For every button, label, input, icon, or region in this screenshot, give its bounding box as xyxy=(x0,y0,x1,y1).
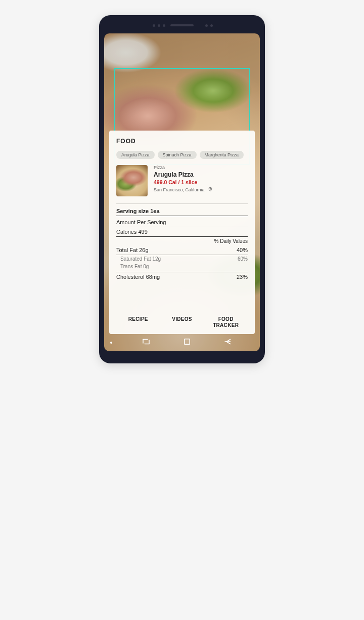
total-fat-pct: 40% xyxy=(237,247,248,253)
cholesterol-pct: 23% xyxy=(237,274,248,280)
food-item-row[interactable]: Pizza Arugula Pizza 499.0 Cal / 1 slice … xyxy=(116,165,248,196)
food-thumbnail xyxy=(116,165,148,196)
trans-fat-label: Trans Fat 0g xyxy=(120,264,149,269)
recipe-button[interactable]: RECIPE xyxy=(116,316,160,328)
location-pin-icon xyxy=(208,186,213,193)
earpiece xyxy=(170,24,194,26)
phone-screen: FOOD Arugula Pizza Spinach Pizza Margher… xyxy=(104,33,260,351)
food-tracker-button[interactable]: FOOD TRACKER xyxy=(204,316,248,328)
food-calories-line: 499.0 Cal / 1 slice xyxy=(154,179,248,185)
svg-rect-1 xyxy=(185,339,190,345)
suggestion-chips: Arugula Pizza Spinach Pizza Margherita P… xyxy=(116,151,248,159)
android-nav-bar xyxy=(104,334,260,351)
calories-row: Calories 499 xyxy=(116,227,248,237)
amount-per-serving-label: Amount Per Serving xyxy=(116,219,166,225)
svg-point-0 xyxy=(210,188,211,189)
sensor-dot xyxy=(158,24,160,27)
food-location-line: San Francisco, California xyxy=(154,186,248,193)
food-category: Pizza xyxy=(154,165,248,170)
sensor-dot xyxy=(205,24,208,27)
cholesterol-row: Cholesterol 68mg 23% xyxy=(116,272,248,281)
total-fat-row: Total Fat 26g 40% xyxy=(116,245,248,255)
total-fat-label: Total Fat 26g xyxy=(116,247,149,253)
divider xyxy=(116,203,248,204)
chip-arugula-pizza[interactable]: Arugula Pizza xyxy=(116,151,155,159)
chip-margherita-pizza[interactable]: Margherita Pizza xyxy=(200,151,244,159)
trans-fat-row: Trans Fat 0g xyxy=(116,263,248,270)
calories-label: Calories 499 xyxy=(116,229,148,235)
sensor-dot xyxy=(163,24,165,27)
nav-indicator-dot xyxy=(110,342,112,344)
card-action-bar: RECIPE VIDEOS FOOD TRACKER xyxy=(116,311,248,334)
serving-size: Serving size 1ea xyxy=(116,208,248,216)
recents-icon[interactable] xyxy=(142,337,151,348)
saturated-fat-pct: 60% xyxy=(238,256,248,262)
sensor-dot xyxy=(153,24,155,27)
nutrition-table: Serving size 1ea Amount Per Serving Calo… xyxy=(116,208,248,281)
food-location-text: San Francisco, California xyxy=(154,187,205,192)
fat-subrows: Saturated Fat 12g 60% Trans Fat 0g xyxy=(116,255,248,272)
food-tracker-line1: FOOD xyxy=(204,316,248,322)
sensor-dot xyxy=(210,24,213,27)
saturated-fat-row: Saturated Fat 12g 60% xyxy=(116,255,248,263)
home-icon[interactable] xyxy=(183,337,192,348)
food-item-info: Pizza Arugula Pizza 499.0 Cal / 1 slice … xyxy=(154,165,248,196)
chip-spinach-pizza[interactable]: Spinach Pizza xyxy=(158,151,197,159)
food-tracker-line2: TRACKER xyxy=(204,322,248,328)
videos-button[interactable]: VIDEOS xyxy=(160,316,204,328)
amount-per-serving: Amount Per Serving xyxy=(116,218,248,227)
cholesterol-label: Cholesterol 68mg xyxy=(116,274,160,280)
back-icon[interactable] xyxy=(223,337,233,348)
card-title: FOOD xyxy=(116,138,248,145)
food-name: Arugula Pizza xyxy=(154,171,248,178)
daily-values-header: % Daily Values xyxy=(116,237,248,245)
phone-frame: FOOD Arugula Pizza Spinach Pizza Margher… xyxy=(99,15,265,363)
saturated-fat-label: Saturated Fat 12g xyxy=(120,256,161,262)
food-info-card: FOOD Arugula Pizza Spinach Pizza Margher… xyxy=(109,131,255,334)
